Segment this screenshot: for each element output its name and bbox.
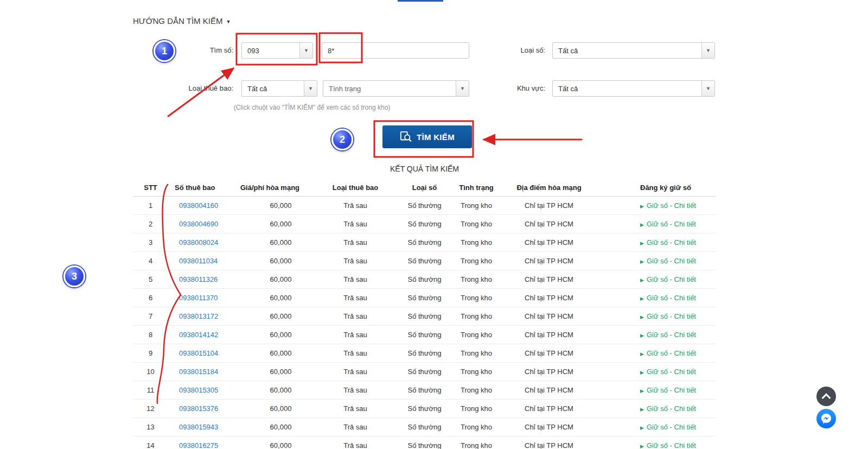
scroll-top-button[interactable] [816, 387, 836, 406]
hold-number-label: Giữ số - Chi tiết [647, 275, 696, 283]
location-cell: Chỉ tại TP HCM [502, 270, 596, 289]
location-cell: Chỉ tại TP HCM [502, 400, 596, 418]
status-cell: Trong kho [450, 252, 502, 270]
subscriber-type-cell: Trả sau [312, 252, 399, 270]
phone-number-link[interactable]: 0938014142 [179, 331, 218, 339]
annotation-step-3: 3 [63, 265, 85, 287]
subscriber-type-cell: Trả sau [312, 381, 399, 400]
phone-number-link[interactable]: 0938008024 [179, 238, 218, 246]
triangle-icon: ▶ [640, 444, 644, 449]
region-label: Khu vực: [491, 84, 545, 92]
status-cell: Trong kho [450, 197, 502, 215]
column-header: Địa điểm hòa mạng [502, 179, 596, 197]
location-cell: Chỉ tại TP HCM [502, 307, 596, 326]
hold-number-label: Giữ số - Chi tiết [647, 257, 696, 265]
subscriber-type-select[interactable]: Tất cả ▼ [241, 80, 317, 97]
phone-number-link[interactable]: 0938011326 [179, 275, 218, 283]
number-type-cell: Số thường [399, 363, 450, 381]
number-type-cell: Số thường [399, 252, 450, 270]
triangle-icon: ▶ [640, 296, 644, 301]
location-cell: Chỉ tại TP HCM [502, 233, 596, 252]
annotation-arrow-to-prefix [168, 68, 233, 116]
number-type-cell: Số thường [399, 381, 450, 400]
hold-number-link[interactable]: ▶Giữ số - Chi tiết [640, 441, 696, 449]
status-cell: Trong kho [450, 326, 502, 344]
phone-number-link[interactable]: 0938004160 [179, 201, 218, 210]
location-cell: Chỉ tại TP HCM [502, 344, 596, 363]
hold-number-link[interactable]: ▶Giữ số - Chi tiết [640, 238, 696, 246]
phone-number-link[interactable]: 0938015376 [179, 404, 218, 413]
hold-number-label: Giữ số - Chi tiết [647, 312, 696, 320]
region-select-value: Tất cả [558, 85, 578, 93]
search-button-label: TÌM KIẾM [417, 132, 455, 142]
phone-number-link[interactable]: 0938004690 [179, 220, 218, 228]
hold-number-link[interactable]: ▶Giữ số - Chi tiết [640, 275, 696, 283]
hold-number-link[interactable]: ▶Giữ số - Chi tiết [640, 312, 696, 320]
hold-number-label: Giữ số - Chi tiết [647, 220, 696, 228]
table-row: 9 0938015104 60,000 Trả sau Số thường Tr… [133, 344, 716, 363]
number-type-label: Loại số: [491, 46, 545, 54]
hold-number-link[interactable]: ▶Giữ số - Chi tiết [640, 423, 696, 431]
search-icon [400, 131, 412, 143]
hold-number-link[interactable]: ▶Giữ số - Chi tiết [640, 404, 696, 413]
number-type-select[interactable]: Tất cả ▼ [552, 42, 715, 59]
region-select[interactable]: Tất cả ▼ [552, 80, 715, 97]
search-guide-toggle[interactable]: HƯỚNG DẪN TÌM KIẾM▼ [133, 16, 231, 26]
phone-number-link[interactable]: 0938016275 [179, 441, 218, 449]
chevron-down-icon: ▼ [456, 81, 469, 96]
number-type-cell: Số thường [399, 437, 450, 449]
number-type-cell: Số thường [399, 233, 450, 252]
subscriber-type-cell: Trả sau [312, 270, 399, 289]
phone-number-link[interactable]: 0938011034 [179, 257, 218, 265]
hold-number-link[interactable]: ▶Giữ số - Chi tiết [640, 349, 696, 357]
location-cell: Chỉ tại TP HCM [502, 418, 596, 437]
subscriber-type-cell: Trả sau [312, 197, 399, 215]
status-cell: Trong kho [450, 400, 502, 418]
hold-number-link[interactable]: ▶Giữ số - Chi tiết [640, 331, 696, 339]
chevron-up-icon [822, 393, 831, 402]
number-type-cell: Số thường [399, 418, 450, 437]
search-button[interactable]: TÌM KIẾM [382, 125, 472, 148]
messenger-icon [820, 413, 832, 425]
prefix-select[interactable]: 093 ▼ [241, 42, 313, 59]
row-index: 11 [133, 381, 168, 400]
price-cell: 60,000 [228, 381, 312, 400]
messenger-button[interactable] [816, 409, 836, 428]
hold-number-link[interactable]: ▶Giữ số - Chi tiết [640, 368, 696, 376]
phone-number-link[interactable]: 0938011370 [179, 294, 218, 302]
hold-number-link[interactable]: ▶Giữ số - Chi tiết [640, 257, 696, 265]
annotation-step-1: 1 [154, 40, 175, 62]
table-row: 4 0938011034 60,000 Trả sau Số thường Tr… [133, 252, 716, 270]
table-row: 8 0938014142 60,000 Trả sau Số thường Tr… [133, 326, 716, 344]
hold-number-link[interactable]: ▶Giữ số - Chi tiết [640, 220, 696, 228]
triangle-icon: ▶ [640, 388, 644, 394]
table-row: 2 0938004690 60,000 Trả sau Số thường Tr… [133, 215, 716, 233]
phone-number-link[interactable]: 0938013172 [179, 312, 218, 320]
price-cell: 60,000 [228, 326, 312, 344]
phone-number-link[interactable]: 0938015104 [179, 349, 218, 357]
location-cell: Chỉ tại TP HCM [502, 289, 596, 307]
hold-number-label: Giữ số - Chi tiết [647, 368, 696, 376]
triangle-icon: ▶ [640, 407, 644, 412]
table-row: 6 0938011370 60,000 Trả sau Số thường Tr… [133, 289, 716, 307]
chevron-down-icon: ▼ [701, 81, 714, 96]
hold-number-link[interactable]: ▶Giữ số - Chi tiết [640, 201, 696, 210]
results-table: STTSố thuê baoGiá/phí hòa mạngLoại thuê … [133, 179, 716, 449]
status-select[interactable]: Tình trạng ▼ [323, 80, 469, 97]
location-cell: Chỉ tại TP HCM [502, 437, 596, 449]
status-cell: Trong kho [450, 215, 502, 233]
column-header: Loại số [399, 179, 450, 197]
phone-number-link[interactable]: 0938015305 [179, 386, 218, 394]
hold-number-link[interactable]: ▶Giữ số - Chi tiết [640, 386, 696, 394]
column-header: Đăng ký giữ số [596, 179, 716, 197]
phone-number-link[interactable]: 0938015184 [179, 368, 218, 376]
pattern-input[interactable] [322, 42, 469, 59]
table-row: 12 0938015376 60,000 Trả sau Số thường T… [133, 400, 716, 418]
price-cell: 60,000 [228, 418, 312, 437]
hold-number-link[interactable]: ▶Giữ số - Chi tiết [640, 294, 696, 302]
subscriber-type-label: Loại thuê bao: [174, 84, 233, 92]
number-type-cell: Số thường [399, 326, 450, 344]
phone-number-link[interactable]: 0938015943 [179, 423, 218, 431]
row-index: 12 [133, 400, 168, 418]
column-header: Số thuê bao [168, 179, 228, 197]
